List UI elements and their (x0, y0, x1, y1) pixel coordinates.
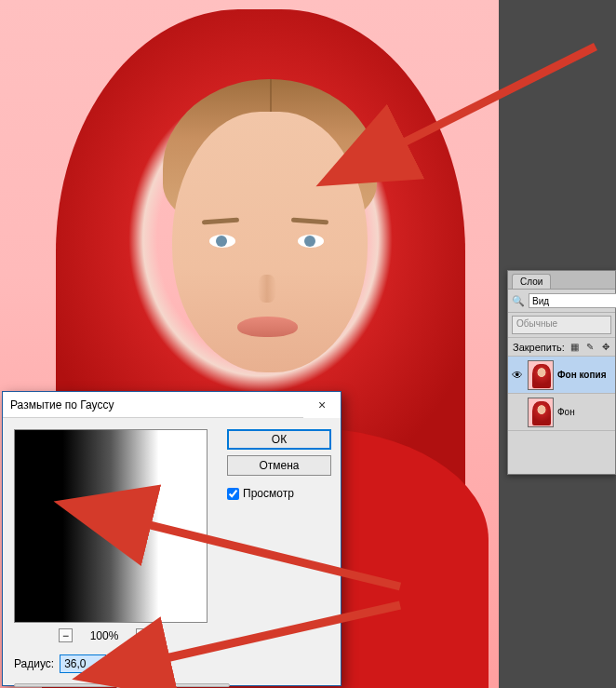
lock-row: Закрепить: ▦ ✎ ✥ (508, 337, 615, 357)
radius-input[interactable] (60, 654, 106, 673)
radius-slider[interactable] (14, 677, 230, 688)
dialog-body: − 100% + Радиус: Пикселы ОК Отмена Просм… (3, 418, 341, 685)
visibility-toggle[interactable] (511, 406, 524, 419)
search-icon: 🔍 (512, 295, 525, 307)
layer-row[interactable]: 👁 Фон копия (508, 357, 615, 394)
layer-name: Фон копия (557, 370, 606, 380)
tab-layers[interactable]: Слои (512, 274, 551, 289)
layer-row[interactable]: Фон (508, 394, 615, 431)
lock-brush-icon[interactable]: ✎ (585, 341, 595, 353)
minus-icon: − (62, 630, 69, 641)
panel-tabs: Слои (508, 271, 615, 290)
dialog-close-button[interactable]: × (303, 392, 341, 418)
radius-row: Радиус: Пикселы (14, 654, 157, 673)
close-icon: × (318, 398, 326, 412)
layers-panel: Слои 🔍 Обычные Закрепить: ▦ ✎ ✥ 👁 Фон ко… (507, 270, 616, 475)
zoom-in-button[interactable]: + (136, 628, 150, 642)
zoom-out-button[interactable]: − (59, 628, 73, 642)
dialog-titlebar[interactable]: Размытие по Гауссу × (3, 392, 341, 418)
ok-button[interactable]: ОК (227, 429, 331, 450)
preview-label: Просмотр (243, 487, 294, 500)
gaussian-blur-dialog: Размытие по Гауссу × − 100% + Радиус: Пи… (2, 391, 341, 686)
blur-preview[interactable] (14, 429, 208, 623)
lock-label: Закрепить: (513, 342, 565, 353)
plus-icon: + (140, 630, 146, 641)
layer-thumbnail[interactable] (528, 398, 554, 427)
preview-checkbox-row[interactable]: Просмотр (227, 487, 331, 500)
eye-right (298, 235, 324, 248)
dialog-title: Размытие по Гауссу (10, 398, 303, 411)
lock-move-icon[interactable]: ✥ (601, 341, 610, 353)
radius-unit: Пикселы (112, 657, 157, 670)
zoom-controls: − 100% + (59, 628, 150, 642)
lips-shape (237, 317, 298, 337)
slider-thumb[interactable] (116, 679, 126, 688)
layer-filter-row: 🔍 (508, 290, 615, 313)
lock-pixels-icon[interactable]: ▦ (570, 341, 580, 353)
radius-label: Радиус: (14, 657, 54, 670)
eye-left (209, 235, 235, 248)
cancel-button[interactable]: Отмена (227, 455, 331, 476)
visibility-toggle[interactable]: 👁 (511, 369, 524, 382)
layer-name: Фон (557, 407, 575, 417)
nose-shape (258, 275, 276, 303)
zoom-percent: 100% (86, 629, 123, 642)
layer-filter-select[interactable] (529, 293, 616, 308)
layer-thumbnail[interactable] (528, 360, 554, 390)
layer-list: 👁 Фон копия Фон (508, 357, 615, 474)
preview-checkbox[interactable] (227, 488, 239, 500)
blend-mode-select[interactable]: Обычные (512, 316, 611, 334)
dialog-buttons: ОК Отмена Просмотр (227, 429, 331, 500)
